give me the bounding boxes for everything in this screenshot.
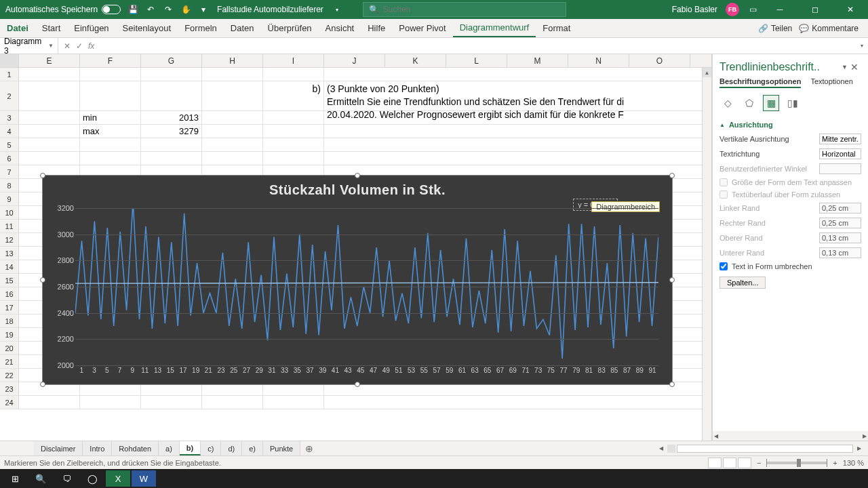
tab-start[interactable]: Start [35,19,67,37]
col-header[interactable]: F [80,54,141,67]
textdir-select[interactable] [819,148,861,159]
add-sheet-button[interactable]: ⊕ [300,443,318,454]
sheet-tab[interactable]: b) [180,441,201,455]
row-header[interactable]: 18 [0,314,19,327]
row-header[interactable]: 23 [0,382,19,395]
autosave-toggle[interactable]: Automatisches Speichern [5,5,121,14]
normal-view-button[interactable] [708,458,722,468]
row-header[interactable]: 2 [0,81,19,110]
label-options-icon[interactable]: ▯▮ [785,95,801,111]
row-header[interactable]: 24 [0,396,19,409]
sheet-tab[interactable]: e) [242,441,263,455]
row-header[interactable]: 14 [0,260,19,273]
tab-diagrammentwurf[interactable]: Diagrammentwurf [453,19,536,37]
row-header[interactable]: 6 [0,152,19,165]
tab-ansicht[interactable]: Ansicht [319,19,361,37]
row-header[interactable]: 11 [0,220,19,232]
minimize-button[interactable]: ─ [766,0,793,19]
row-header[interactable]: 20 [0,342,19,354]
scroll-up-icon[interactable]: ▲ [703,68,711,77]
close-button[interactable]: ✕ [837,0,864,19]
col-header[interactable]: J [324,54,385,67]
row-header[interactable]: 4 [0,125,19,138]
hscroll-track[interactable] [667,445,675,453]
start-button[interactable]: ⊞ [3,470,27,487]
resize-handle[interactable] [669,173,675,178]
sheet-tab[interactable]: Rohdaten [112,441,159,455]
scroll-left-icon[interactable]: ◀ [656,445,666,451]
chart-object[interactable]: Stückzahl Volumen in Stk. y = 0,0828 Dia… [42,175,673,385]
hscroll-thumb[interactable] [677,445,853,453]
sheet-tab[interactable]: Intro [83,441,112,455]
row-header[interactable]: 16 [0,287,19,300]
row-header[interactable]: 7 [0,165,19,178]
maximize-button[interactable]: ◻ [802,0,829,19]
col-header[interactable]: L [446,54,507,67]
page-break-view-button[interactable] [738,458,751,468]
taskbar-word[interactable]: W [132,470,156,487]
tab-seitenlayout[interactable]: Seitenlayout [116,19,178,37]
close-pane-button[interactable]: ✕ [848,62,861,73]
toggle-switch-icon[interactable] [102,5,121,14]
search-input[interactable] [383,5,560,14]
qat-more-icon[interactable]: ▾ [198,4,209,15]
fx-icon[interactable]: fx [88,41,94,51]
expand-formula-icon[interactable]: ▾ [856,43,868,49]
taskbar-app[interactable]: 🗨 [54,470,79,487]
sheet-tab[interactable]: Disclaimer [34,441,83,455]
search-box[interactable]: 🔍 [363,2,566,17]
cell-max-label[interactable]: max [80,125,141,138]
resize-handle[interactable] [669,277,675,283]
task-search-icon[interactable]: 🔍 [28,470,53,487]
ribbon-mode-icon[interactable]: ▭ [747,4,758,15]
tab-format[interactable]: Format [536,19,577,37]
tab-powerpivot[interactable]: Power Pivot [392,19,452,37]
cell-max-value[interactable]: 3279 [141,125,202,138]
row-header[interactable]: 1 [0,68,19,81]
cell-min-label[interactable]: min [80,111,141,124]
zoom-level[interactable]: 130 % [843,459,864,467]
valign-select[interactable] [819,134,861,144]
taskbar-excel[interactable]: X [106,470,130,487]
confirm-formula-icon[interactable]: ✓ [76,41,83,51]
chevron-down-icon[interactable]: ▼ [842,64,848,70]
chart-plot-area[interactable]: 2000220024002600280030003200 13579111315… [75,208,658,365]
resize-handle[interactable] [669,382,675,387]
save-icon[interactable]: 💾 [127,4,138,15]
row-header[interactable]: 17 [0,301,19,314]
row-header[interactable]: 8 [0,179,19,192]
columns-button[interactable]: Spalten... [719,277,766,289]
cancel-formula-icon[interactable]: ✕ [64,41,71,51]
cell-min-value[interactable]: 2013 [141,111,202,124]
sheet-tab[interactable]: d) [221,441,242,455]
row-header[interactable]: 13 [0,247,19,260]
fill-line-icon[interactable]: ◇ [719,95,736,111]
chevron-down-icon[interactable]: ▼ [48,43,54,49]
resize-handle[interactable] [40,277,45,283]
zoom-out-button[interactable]: − [757,459,761,467]
tab-ueberpruefen[interactable]: Überprüfen [261,19,319,37]
row-header[interactable]: 19 [0,328,19,341]
col-header[interactable]: M [507,54,568,67]
row-header[interactable]: 3 [0,111,19,124]
row-header[interactable]: 5 [0,138,19,151]
col-header[interactable]: G [141,54,202,67]
col-header[interactable]: O [629,54,690,67]
tab-daten[interactable]: Daten [224,19,261,37]
size-properties-icon[interactable]: ▦ [763,95,779,111]
resize-handle[interactable] [40,173,45,178]
col-header[interactable]: E [19,54,80,67]
row-header[interactable]: 15 [0,274,19,287]
avatar[interactable]: FB [726,3,739,16]
undo-icon[interactable]: ↶ [145,4,156,15]
resize-handle[interactable] [40,382,45,387]
redo-icon[interactable]: ↷ [163,4,174,15]
pane-scrollbar[interactable]: ◀▶ [713,431,868,441]
filename-dropdown-icon[interactable]: ▾ [332,4,342,15]
wrap-text-checkbox[interactable] [719,262,728,270]
col-header[interactable]: N [568,54,629,67]
select-all-corner[interactable] [0,54,19,67]
tab-datei[interactable]: Datei [0,19,35,37]
col-header[interactable]: I [263,54,324,67]
tab-formeln[interactable]: Formeln [178,19,224,37]
